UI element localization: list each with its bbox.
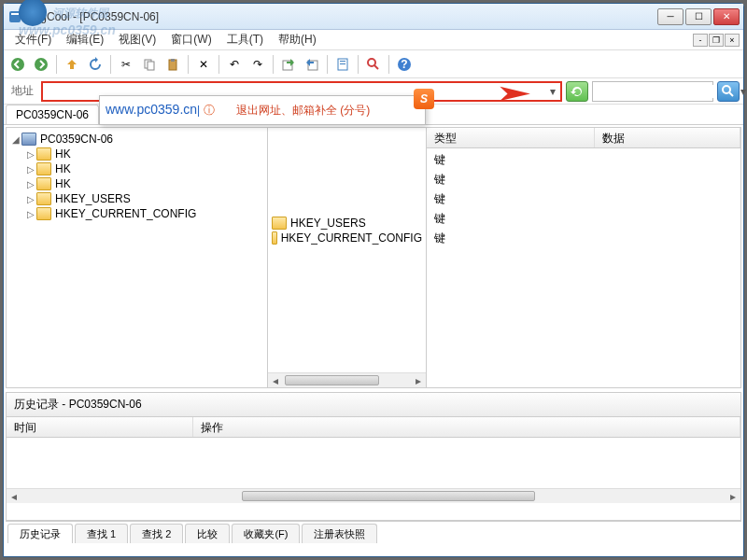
find-icon[interactable] [363,54,384,75]
col-type[interactable]: 类型 [427,128,595,147]
search-button[interactable] [717,81,740,102]
forward-icon[interactable] [31,54,51,75]
history-header: 时间 操作 [7,417,740,438]
refresh-icon[interactable] [85,54,106,75]
copy-icon[interactable] [139,54,160,75]
folder-icon [272,231,277,245]
properties-icon[interactable] [332,54,353,75]
expand-icon[interactable]: ▷ [25,149,36,160]
list-pane: HKEY_USERS HKEY_CURRENT_CONFIG ◂ ▸ [268,128,427,387]
tree-item[interactable]: ▷HKEY_USERS [25,191,263,206]
grid-header: 类型 数据 [427,128,740,148]
btab-find1[interactable]: 查找 1 [75,524,128,543]
svg-rect-7 [171,59,175,62]
back-icon[interactable] [7,54,28,75]
address-dropdown-icon[interactable]: ▾ [545,85,560,98]
delete-icon[interactable]: ✕ [193,54,214,75]
col-data[interactable]: 数据 [595,128,740,147]
expand-icon[interactable]: ▷ [25,164,36,175]
svg-line-14 [374,65,378,69]
grid-row[interactable]: 键 [427,229,740,248]
svg-rect-5 [148,62,154,70]
export-icon[interactable] [278,54,299,75]
help-icon[interactable]: ? [394,54,415,75]
grid-body: 键 键 键 键 键 [427,148,740,387]
btab-history[interactable]: 历史记录 [7,524,73,543]
mdi-close[interactable]: × [725,34,740,47]
mdi-minimize[interactable]: - [693,34,708,47]
svg-line-18 [729,92,733,96]
col-time[interactable]: 时间 [7,417,193,437]
tree-item[interactable]: ▷HKEY_CURRENT_CONFIG [25,206,263,221]
expand-icon[interactable]: ▷ [25,179,36,189]
tree-root[interactable]: ◢ PC0359CN-06 [10,132,263,147]
mdi-restore[interactable]: ❐ [709,34,724,47]
svg-point-13 [368,59,375,66]
list-item[interactable]: HKEY_USERS [272,216,422,231]
tree-item[interactable]: ▷HK [25,161,263,176]
values-grid: 类型 数据 键 键 键 键 键 [427,128,740,387]
window-controls: ─ ☐ ✕ [657,8,740,25]
folder-icon [36,147,51,161]
tab-main[interactable]: PC0359CN-06 [6,105,99,124]
history-body: ◂ ▸ [7,438,740,503]
menu-file[interactable]: 文件(F) [7,30,59,49]
menu-view[interactable]: 视图(V) [111,30,163,49]
scroll-thumb[interactable] [285,375,379,385]
highlight-arrow-icon: ➤ [495,80,532,106]
svg-point-2 [11,58,24,71]
cut-icon[interactable]: ✂ [116,54,136,75]
info-icon: ⓘ [204,104,215,117]
tree-item[interactable]: ▷HK [25,147,263,161]
import-icon[interactable] [302,54,322,75]
window-title: RegCool - [PC0359CN-06] [26,10,657,23]
undo-icon[interactable]: ↶ [224,54,245,75]
up-icon[interactable] [62,54,82,75]
grid-row[interactable]: 键 [427,170,740,189]
scroll-left-icon[interactable]: ◂ [7,489,21,503]
svg-point-3 [35,58,48,71]
expand-icon[interactable]: ▷ [25,194,36,204]
autocomplete-popup: www.pc0359.cn| ⓘ 退出网址、邮箱补全 (分号) S [99,95,426,125]
btab-snapshot[interactable]: 注册表快照 [302,524,377,543]
grid-row[interactable]: 键 [427,189,740,209]
close-button[interactable]: ✕ [713,8,740,25]
svg-rect-1 [11,13,19,15]
horizontal-scrollbar[interactable]: ◂ ▸ [268,372,426,387]
btab-fav[interactable]: 收藏夹(F) [232,524,300,543]
paste-icon[interactable] [162,54,183,75]
tree-root-label: PC0359CN-06 [40,133,113,146]
minimize-button[interactable]: ─ [657,8,684,25]
expand-icon[interactable]: ▷ [25,209,36,219]
list-item[interactable]: HKEY_CURRENT_CONFIG [272,231,422,245]
scroll-left-icon[interactable]: ◂ [268,373,283,387]
search-dropdown-icon[interactable]: ▾ [740,85,746,98]
folder-icon [36,207,51,220]
menu-help[interactable]: 帮助(H) [271,30,324,49]
btab-compare[interactable]: 比较 [185,524,230,543]
btab-find2[interactable]: 查找 2 [130,524,183,543]
folder-icon [272,217,287,230]
scroll-right-icon[interactable]: ▸ [411,373,426,387]
toolbar: ✂ ✕ ↶ ↷ ? [4,50,743,78]
menu-edit[interactable]: 编辑(E) [59,30,111,49]
menubar: 文件(F) 编辑(E) 视图(V) 窗口(W) 工具(T) 帮助(H) - ❐ … [4,30,743,50]
menu-window[interactable]: 窗口(W) [163,30,218,49]
collapse-icon[interactable]: ◢ [10,134,21,145]
tree-item[interactable]: ▷HK [25,176,263,191]
tree-pane: ◢ PC0359CN-06 ▷HK ▷HK ▷HK ▷HKEY_USERS ▷H… [7,128,268,387]
history-grid: 时间 操作 ◂ ▸ [7,417,740,520]
maximize-button[interactable]: ☐ [685,8,712,25]
scroll-thumb[interactable] [242,491,535,501]
grid-row[interactable]: 键 [427,150,740,170]
search-wrap: ▾ [592,81,713,102]
col-action[interactable]: 操作 [193,417,740,437]
menu-tools[interactable]: 工具(T) [219,30,271,49]
folder-icon [36,192,51,205]
autocomplete-url[interactable]: www.pc0359.cn [106,102,197,117]
scroll-right-icon[interactable]: ▸ [726,489,740,503]
redo-icon[interactable]: ↷ [247,54,268,75]
horizontal-scrollbar[interactable]: ◂ ▸ [7,488,740,503]
go-button[interactable] [566,81,588,102]
grid-row[interactable]: 键 [427,209,740,229]
